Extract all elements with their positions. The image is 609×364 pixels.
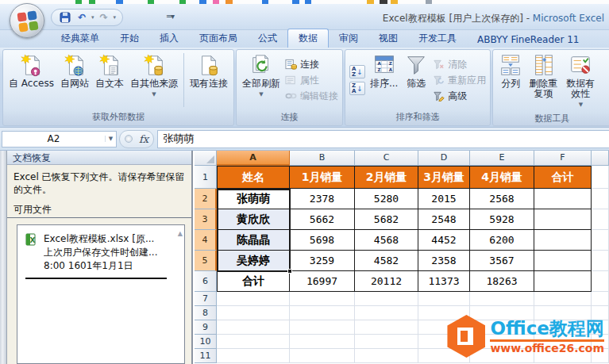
- cell-B2[interactable]: 2378: [290, 189, 355, 209]
- cell-A3[interactable]: 黄欣欣: [217, 209, 290, 230]
- cell-D6[interactable]: 11373: [418, 271, 470, 292]
- refresh-all-button[interactable]: 全部刷新 ▼: [239, 52, 283, 109]
- cell-E3[interactable]: 5928: [470, 209, 534, 230]
- tab-page-layout[interactable]: 页面布局: [189, 29, 248, 48]
- cell-E6[interactable]: 18263: [470, 271, 534, 292]
- cell-empty[interactable]: [290, 320, 355, 335]
- tab-classic-menu[interactable]: 经典菜单: [51, 29, 110, 48]
- redo-icon[interactable]: ↷: [97, 10, 111, 25]
- cell-empty[interactable]: [290, 292, 355, 306]
- undo-dropdown-icon[interactable]: ▾: [91, 14, 94, 21]
- cell-empty[interactable]: [534, 292, 592, 306]
- name-box-dropdown-icon[interactable]: ▼: [105, 136, 116, 142]
- sort-ascending-button[interactable]: AZ↓: [349, 65, 365, 79]
- select-all-corner[interactable]: [195, 151, 217, 166]
- sort-button[interactable]: AZZA 排序...: [367, 52, 401, 109]
- tab-home[interactable]: 开始: [110, 29, 149, 48]
- cell-B1[interactable]: 1月销量: [290, 166, 355, 189]
- cell-empty[interactable]: [470, 292, 534, 306]
- row-header-8[interactable]: 8: [195, 306, 217, 320]
- cell-empty[interactable]: [592, 209, 609, 230]
- tab-review[interactable]: 审阅: [329, 29, 368, 48]
- cell-empty[interactable]: [217, 306, 290, 320]
- clear-filter-button[interactable]: 清除: [433, 58, 486, 71]
- filter-button[interactable]: 筛选: [401, 52, 431, 109]
- cell-D5[interactable]: 2358: [418, 251, 470, 271]
- undo-icon[interactable]: ↶: [75, 10, 89, 25]
- cell-empty[interactable]: [592, 166, 609, 189]
- tab-insert[interactable]: 插入: [149, 29, 189, 48]
- column-header-C[interactable]: C: [355, 151, 418, 166]
- cell-B4[interactable]: 5698: [290, 230, 355, 251]
- cell-empty[interactable]: [592, 292, 609, 306]
- edit-links-button[interactable]: 编辑链接: [285, 90, 338, 103]
- cell-E2[interactable]: 2568: [470, 189, 534, 209]
- column-header-A[interactable]: A: [217, 151, 290, 166]
- cell-empty[interactable]: [217, 320, 290, 335]
- recovered-file-name[interactable]: Excel教程模板.xlsx [原...: [44, 232, 172, 246]
- cell-F3[interactable]: [534, 209, 592, 230]
- cell-A5[interactable]: 吴婷婷: [217, 251, 290, 271]
- row-header-5[interactable]: 5: [195, 251, 217, 271]
- row-header-4[interactable]: 4: [195, 230, 217, 251]
- row-header-7[interactable]: 7: [195, 292, 217, 306]
- cell-F2[interactable]: [534, 189, 592, 209]
- cell-A2[interactable]: 张萌萌: [217, 189, 290, 209]
- tab-developer[interactable]: 开发工具: [408, 29, 467, 48]
- reapply-filter-button[interactable]: 重新应用: [433, 74, 486, 87]
- cell-A4[interactable]: 陈晶晶: [217, 230, 290, 251]
- cell-E1[interactable]: 4月销量: [470, 166, 534, 189]
- cell-C1[interactable]: 2月销量: [355, 166, 418, 189]
- tab-view[interactable]: 视图: [368, 29, 408, 48]
- cell-F5[interactable]: [534, 251, 592, 271]
- office-button[interactable]: [10, 3, 44, 38]
- remove-duplicates-button[interactable]: 删除重复项: [526, 52, 561, 110]
- save-icon[interactable]: [58, 10, 72, 25]
- row-header-10[interactable]: 10: [195, 335, 217, 349]
- cell-empty[interactable]: [592, 189, 609, 209]
- from-web-button[interactable]: 自网站: [57, 52, 92, 109]
- data-validation-button[interactable]: 数据有效性 ▼: [561, 52, 600, 110]
- sort-descending-button[interactable]: ZA↓: [349, 82, 365, 95]
- tab-abbyy[interactable]: ABBYY FineReader 11: [467, 32, 589, 48]
- cell-B5[interactable]: 3259: [290, 251, 355, 271]
- cell-empty[interactable]: [290, 335, 355, 349]
- cell-D2[interactable]: 2015: [418, 189, 470, 209]
- cell-C6[interactable]: 20112: [355, 271, 418, 292]
- cell-C4[interactable]: 4568: [355, 230, 418, 251]
- column-header-D[interactable]: D: [418, 151, 470, 166]
- row-header-11[interactable]: 11: [195, 349, 217, 363]
- cell-C3[interactable]: 5682: [355, 209, 418, 230]
- cell-empty[interactable]: [355, 306, 418, 320]
- cell-C2[interactable]: 5280: [355, 189, 418, 209]
- cell-B6[interactable]: 16997: [290, 271, 355, 292]
- cell-empty[interactable]: [592, 271, 609, 292]
- formula-input[interactable]: 张萌萌: [157, 130, 609, 148]
- row-header-1[interactable]: 1: [195, 166, 217, 189]
- cell-E5[interactable]: 3567: [470, 251, 534, 271]
- row-header-3[interactable]: 3: [195, 209, 217, 230]
- cell-A1[interactable]: 姓名: [217, 166, 290, 189]
- advanced-filter-button[interactable]: 高级: [433, 90, 486, 103]
- cell-empty[interactable]: [217, 349, 290, 363]
- tab-data[interactable]: 数据: [287, 29, 329, 48]
- column-header-E[interactable]: E: [470, 151, 534, 166]
- row-header-2[interactable]: 2: [195, 189, 217, 209]
- cell-empty[interactable]: [592, 251, 609, 271]
- cell-E4[interactable]: 6200: [470, 230, 534, 251]
- scroll-up-icon[interactable]: ▲: [178, 230, 183, 237]
- existing-connections-button[interactable]: 现有连接: [187, 52, 231, 109]
- cell-D3[interactable]: 2548: [418, 209, 470, 230]
- connections-button[interactable]: 连接: [285, 58, 338, 71]
- cell-empty[interactable]: [290, 306, 355, 320]
- column-header-F[interactable]: F: [534, 151, 592, 166]
- row-header-9[interactable]: 9: [195, 320, 217, 335]
- cell-F4[interactable]: [534, 230, 592, 251]
- name-box[interactable]: A2 ▼: [2, 131, 117, 148]
- cell-F6[interactable]: [534, 271, 592, 292]
- from-other-sources-button[interactable]: 自其他来源 ▼: [127, 52, 181, 109]
- cell-empty[interactable]: [217, 292, 290, 306]
- row-header-6[interactable]: 6: [195, 271, 217, 292]
- cell-D4[interactable]: 4452: [418, 230, 470, 251]
- cell-empty[interactable]: [355, 292, 418, 306]
